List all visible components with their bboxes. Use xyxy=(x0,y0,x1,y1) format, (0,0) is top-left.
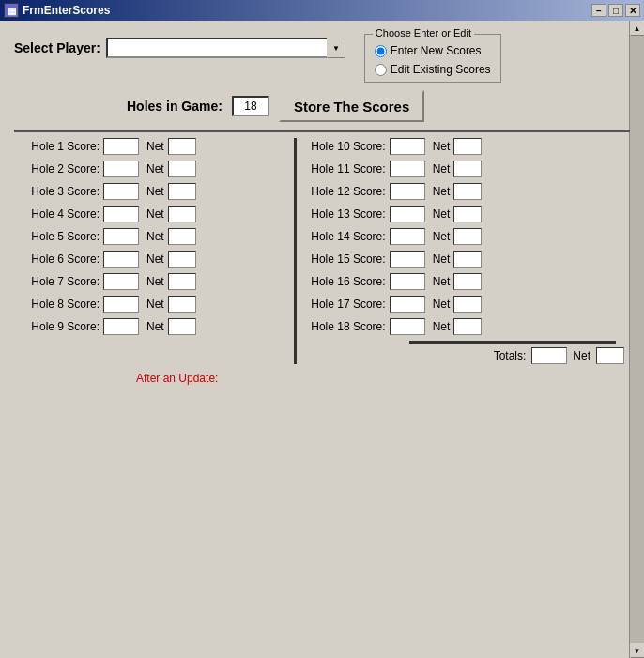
title-bar: ▦ FrmEnterScores − □ ✕ xyxy=(0,0,644,21)
player-combo-wrapper: ▼ xyxy=(106,38,345,58)
net-label: Net xyxy=(146,162,164,176)
hole-row: Hole 8 Score:Net xyxy=(20,296,284,313)
net-label: Net xyxy=(146,230,164,243)
hole-net-input[interactable] xyxy=(453,183,482,200)
hole-label: Hole 4 Score: xyxy=(20,207,100,221)
hole-net-input[interactable] xyxy=(453,273,482,290)
hole-score-input[interactable] xyxy=(390,206,425,222)
hole-score-input[interactable] xyxy=(103,296,139,313)
hole-row: Hole 4 Score:Net xyxy=(20,206,284,222)
hole-label: Hole 14 Score: xyxy=(306,230,386,243)
top-divider xyxy=(14,130,630,132)
hole-score-input[interactable] xyxy=(103,206,139,222)
hole-row: Hole 18 Score:Net xyxy=(306,318,624,335)
scroll-down-button[interactable]: ▼ xyxy=(630,643,645,658)
totals-label: Totals: xyxy=(494,349,527,362)
hole-row: Hole 6 Score:Net xyxy=(20,251,284,268)
minimize-button[interactable]: − xyxy=(591,4,606,17)
hole-label: Hole 5 Score: xyxy=(20,230,100,243)
scores-section: Hole 1 Score:NetHole 2 Score:NetHole 3 S… xyxy=(14,138,630,364)
hole-label: Hole 7 Score: xyxy=(20,275,100,288)
hole-score-input[interactable] xyxy=(390,296,425,313)
net-label: Net xyxy=(433,185,451,198)
hole-label: Hole 11 Score: xyxy=(306,162,386,176)
net-label: Net xyxy=(433,320,451,333)
hole-row: Hole 7 Score:Net xyxy=(20,273,284,290)
hole-score-input[interactable] xyxy=(390,183,425,200)
hole-score-input[interactable] xyxy=(390,251,425,268)
hole-score-input[interactable] xyxy=(103,161,139,177)
hole-net-input[interactable] xyxy=(168,296,196,313)
hole-net-input[interactable] xyxy=(168,138,196,155)
net-label: Net xyxy=(433,298,451,311)
hole-row: Hole 5 Score:Net xyxy=(20,228,284,245)
right-holes-column: Hole 10 Score:NetHole 11 Score:NetHole 1… xyxy=(297,138,630,364)
hole-row: Hole 12 Score:Net xyxy=(306,183,624,200)
hole-score-input[interactable] xyxy=(390,228,425,245)
hole-label: Hole 16 Score: xyxy=(306,275,386,288)
net-label: Net xyxy=(146,185,164,198)
combo-arrow-icon[interactable]: ▼ xyxy=(327,38,345,58)
hole-net-input[interactable] xyxy=(168,206,196,222)
edit-existing-radio[interactable] xyxy=(375,64,387,76)
hole-label: Hole 9 Score: xyxy=(20,320,100,333)
hole-score-input[interactable] xyxy=(103,138,139,155)
edit-existing-label: Edit Existing Scores xyxy=(391,63,491,76)
hole-net-input[interactable] xyxy=(168,161,196,177)
hole-label: Hole 13 Score: xyxy=(306,207,386,221)
hole-net-input[interactable] xyxy=(453,228,482,245)
after-update-text: After an Update: xyxy=(14,372,630,385)
hole-row: Hole 1 Score:Net xyxy=(20,138,284,155)
choose-box-title: Choose Enter or Edit xyxy=(373,27,474,38)
holes-row: Holes in Game: Store The Scores xyxy=(14,90,630,122)
hole-row: Hole 15 Score:Net xyxy=(306,251,624,268)
holes-input[interactable] xyxy=(232,96,269,116)
hole-label: Hole 17 Score: xyxy=(306,298,386,311)
net-label: Net xyxy=(146,298,164,311)
totals-net-input[interactable] xyxy=(596,347,624,364)
window-title: FrmEnterScores xyxy=(23,4,110,17)
hole-score-input[interactable] xyxy=(103,318,139,335)
hole-score-input[interactable] xyxy=(390,273,425,290)
hole-score-input[interactable] xyxy=(103,228,139,245)
maximize-button[interactable]: □ xyxy=(608,4,623,17)
player-select[interactable] xyxy=(106,38,345,58)
enter-new-radio[interactable] xyxy=(375,45,387,57)
select-player-section: Select Player: ▼ xyxy=(14,38,345,58)
hole-net-input[interactable] xyxy=(168,183,196,200)
hole-label: Hole 18 Score: xyxy=(306,320,386,333)
hole-row: Hole 16 Score:Net xyxy=(306,273,624,290)
net-label: Net xyxy=(146,275,164,288)
hole-net-input[interactable] xyxy=(168,273,196,290)
hole-label: Hole 10 Score: xyxy=(306,140,386,153)
hole-score-input[interactable] xyxy=(103,273,139,290)
close-button[interactable]: ✕ xyxy=(625,4,640,17)
hole-score-input[interactable] xyxy=(390,161,425,177)
hole-row: Hole 17 Score:Net xyxy=(306,296,624,313)
hole-label: Hole 1 Score: xyxy=(20,140,100,153)
edit-existing-scores-row: Edit Existing Scores xyxy=(375,63,491,76)
hole-net-input[interactable] xyxy=(453,296,482,313)
hole-net-input[interactable] xyxy=(453,138,482,155)
totals-score-input[interactable] xyxy=(531,347,567,364)
hole-row: Hole 9 Score:Net xyxy=(20,318,284,335)
net-label: Net xyxy=(433,230,451,243)
hole-score-input[interactable] xyxy=(103,251,139,268)
hole-score-input[interactable] xyxy=(103,183,139,200)
store-scores-button[interactable]: Store The Scores xyxy=(279,90,424,122)
hole-score-input[interactable] xyxy=(390,138,425,155)
hole-net-input[interactable] xyxy=(453,161,482,177)
net-label: Net xyxy=(433,275,451,288)
holes-in-game-label: Holes in Game: xyxy=(127,99,222,114)
hole-net-input[interactable] xyxy=(453,206,482,222)
hole-label: Hole 8 Score: xyxy=(20,298,100,311)
totals-net-label: Net xyxy=(573,349,590,362)
hole-net-input[interactable] xyxy=(453,318,482,335)
net-label: Net xyxy=(433,252,451,266)
hole-net-input[interactable] xyxy=(168,228,196,245)
hole-net-input[interactable] xyxy=(453,251,482,268)
hole-label: Hole 6 Score: xyxy=(20,252,100,266)
hole-net-input[interactable] xyxy=(168,318,196,335)
hole-score-input[interactable] xyxy=(390,318,425,335)
hole-net-input[interactable] xyxy=(168,251,196,268)
